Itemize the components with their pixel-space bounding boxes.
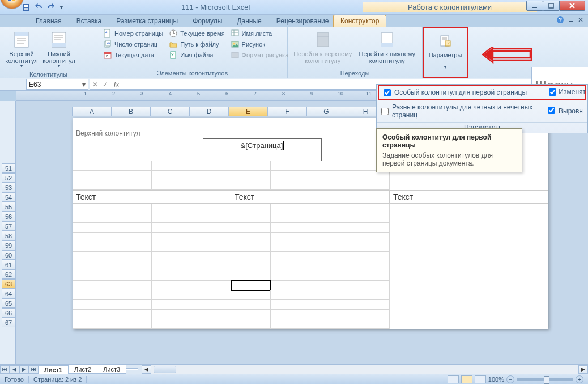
fx-icon[interactable]: fx — [110, 81, 122, 88]
row-header[interactable]: 53 — [2, 183, 15, 192]
svg-rect-35 — [232, 30, 238, 36]
tab-design[interactable]: Конструктор — [333, 15, 386, 27]
file-name-button[interactable]: XИмя файла — [167, 50, 227, 60]
chevron-down-icon[interactable]: ▾ — [82, 81, 86, 88]
view-pagebreak-icon[interactable] — [475, 375, 486, 383]
row-header[interactable]: 52 — [2, 173, 15, 183]
help-icon[interactable]: ? — [556, 16, 564, 26]
qat-dropdown-icon[interactable]: ▼ — [59, 5, 64, 10]
svg-rect-18 — [52, 43, 66, 47]
col-header[interactable]: D — [189, 107, 229, 116]
page-count-icon: ## — [103, 40, 112, 49]
sheet-name-button[interactable]: Имя листа — [228, 28, 291, 39]
view-normal-icon[interactable] — [448, 375, 459, 383]
row-header[interactable]: 59 — [2, 240, 15, 250]
tab-formulas[interactable]: Формулы — [185, 15, 229, 27]
file-path-button[interactable]: Путь к файлу — [167, 39, 227, 49]
maximize-button[interactable] — [543, 1, 560, 11]
col-header[interactable]: E — [228, 107, 268, 116]
view-pagelayout-icon[interactable] — [461, 375, 472, 383]
row-header[interactable]: 62 — [2, 269, 15, 279]
tab-insert[interactable]: Вставка — [69, 15, 109, 27]
new-sheet-tab[interactable] — [126, 368, 138, 370]
header-button[interactable]: Верхний колонтитул ▾ — [3, 28, 40, 70]
tab-pagelayout[interactable]: Разметка страницы — [109, 15, 185, 27]
row-header[interactable]: 55 — [2, 202, 15, 212]
row-header[interactable]: 51 — [2, 163, 15, 173]
current-date-button[interactable]: 7Текущая дата — [101, 50, 165, 60]
sheet-tab[interactable]: Лист3 — [97, 365, 126, 374]
option-odd-even[interactable]: Разные колонтитулы для четных и нечетных… — [377, 100, 587, 122]
sheet-tab[interactable]: Лист1 — [38, 365, 69, 374]
office-button[interactable] — [0, 0, 24, 9]
tooltip-body: Задание особых колонтитулов для первой с… — [382, 151, 516, 167]
row-header[interactable]: 60 — [2, 250, 15, 260]
row-header[interactable]: 54 — [2, 192, 15, 202]
checkbox-align[interactable] — [548, 107, 555, 114]
scroll-left-icon[interactable]: ◀ — [142, 365, 151, 374]
row-header[interactable]: 61 — [2, 260, 15, 269]
sheet-tab[interactable]: Лист2 — [68, 365, 97, 374]
minimize-button[interactable] — [526, 1, 543, 11]
checkbox-odd-even[interactable] — [381, 108, 389, 115]
text-cell[interactable]: Текст — [390, 191, 548, 203]
zoom-in-icon[interactable]: + — [576, 375, 583, 383]
checkbox-scale[interactable] — [549, 88, 556, 96]
tab-first-icon[interactable]: ⏮ — [0, 365, 10, 374]
tab-data[interactable]: Данные — [229, 15, 269, 27]
group-label: Колонтитулы — [3, 70, 93, 79]
col-header[interactable]: C — [150, 107, 190, 116]
footer-button[interactable]: Нижний колонтитул ▾ — [41, 28, 77, 70]
goto-footer-icon — [378, 31, 396, 49]
checkbox-first-page[interactable] — [384, 89, 391, 96]
cancel-icon[interactable]: ✕ — [90, 81, 100, 88]
tab-review[interactable]: Рецензирование — [269, 15, 336, 27]
scroll-thumb[interactable] — [154, 366, 176, 373]
col-header[interactable]: A — [72, 107, 112, 116]
picture-button[interactable]: Рисунок — [228, 39, 291, 49]
row-header[interactable]: 56 — [2, 212, 15, 221]
row-header[interactable]: 63 — [2, 279, 15, 289]
page-count-button[interactable]: ##Число страниц — [101, 39, 165, 49]
horizontal-scrollbar[interactable]: ◀ ▶ — [142, 365, 588, 374]
close-button[interactable] — [559, 1, 585, 11]
name-box[interactable]: E63▾ — [26, 79, 88, 90]
col-header[interactable]: G — [306, 107, 346, 116]
zoom-slider[interactable] — [517, 378, 573, 381]
window-controls — [527, 1, 585, 11]
doc-close-icon[interactable]: ✕ — [578, 16, 583, 26]
redo-icon[interactable] — [46, 3, 56, 11]
undo-icon[interactable] — [34, 3, 43, 11]
col-header[interactable]: B — [111, 107, 151, 116]
tab-prev-icon[interactable]: ◀ — [10, 365, 19, 374]
row-header[interactable]: 65 — [2, 298, 15, 308]
row-header[interactable]: 58 — [2, 231, 15, 240]
row-header[interactable]: 64 — [2, 289, 15, 298]
zoom-out-icon[interactable]: − — [506, 375, 514, 383]
tab-next-icon[interactable]: ▶ — [19, 365, 29, 374]
enter-icon[interactable]: ✓ — [100, 81, 110, 88]
goto-footer-button[interactable]: Перейти к нижнему колонтитулу — [356, 28, 419, 65]
row-header[interactable]: 67 — [2, 318, 15, 327]
scroll-right-icon[interactable]: ▶ — [578, 365, 588, 374]
page-number-button[interactable]: #Номер страницы — [101, 28, 165, 39]
status-page: Страница: 2 из 2 — [29, 376, 87, 383]
minimize-ribbon-icon[interactable]: – — [569, 16, 573, 26]
tab-home[interactable]: Главная — [28, 15, 69, 27]
svg-rect-28 — [104, 52, 111, 54]
svg-text:?: ? — [559, 17, 562, 23]
active-cell[interactable] — [231, 281, 271, 290]
options-button[interactable]: ✓ Параметры▾ — [427, 29, 463, 71]
row-header[interactable]: 57 — [2, 221, 15, 231]
tab-last-icon[interactable]: ⏭ — [29, 365, 39, 374]
save-icon[interactable] — [22, 3, 31, 12]
header-center-field[interactable]: &[Страница] — [203, 138, 322, 161]
col-header[interactable]: F — [267, 107, 307, 116]
format-pic-icon — [231, 50, 240, 60]
group-options: ✓ Параметры▾ — [423, 27, 468, 78]
text-cell[interactable]: Текст — [231, 191, 390, 203]
text-cell[interactable]: Текст — [73, 191, 231, 203]
quick-access-toolbar: ▼ — [22, 3, 64, 12]
current-time-button[interactable]: Текущее время — [167, 28, 227, 39]
row-header[interactable]: 66 — [2, 308, 15, 318]
